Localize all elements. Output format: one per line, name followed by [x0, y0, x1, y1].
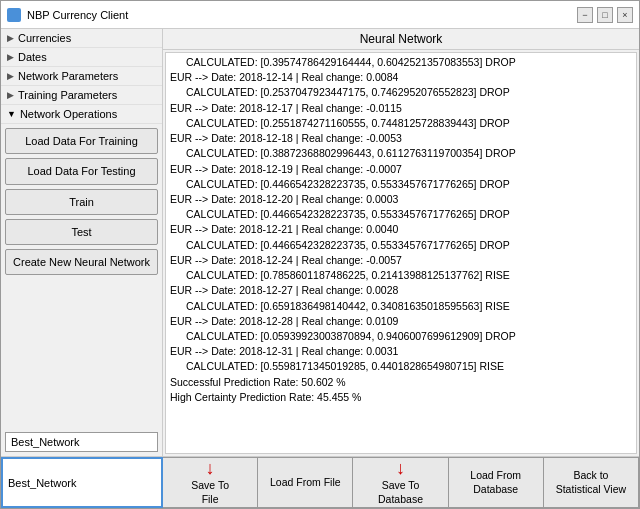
sidebar: ▶Currencies▶Dates▶Network Parameters▶Tra…	[1, 29, 163, 456]
log-line: CALCULATED: [0.4466542328223735, 0.55334…	[170, 207, 632, 222]
tree-section: ▶Currencies▶Dates▶Network Parameters▶Tra…	[1, 29, 162, 124]
tree-item-network-operations[interactable]: ▼Network Operations	[1, 105, 162, 124]
button-label: Back toStatistical View	[556, 469, 626, 496]
panel-title: Neural Network	[163, 29, 639, 50]
window-title: NBP Currency Client	[27, 9, 577, 21]
sidebar-btn-load-data-for-training[interactable]: Load Data For Training	[5, 128, 158, 154]
log-area[interactable]: CALCULATED: [0.39574786429164444, 0.6042…	[165, 52, 637, 454]
bottom-btn-load-from-database[interactable]: Load FromDatabase	[449, 457, 544, 508]
button-label: Save ToFile	[191, 479, 229, 506]
maximize-button[interactable]: □	[597, 7, 613, 23]
log-line: EUR --> Date: 2018-12-24 | Real change: …	[170, 253, 632, 268]
app-icon	[7, 8, 21, 22]
log-line: CALCULATED: [0.5598171345019285, 0.44018…	[170, 359, 632, 374]
right-panel: Neural Network CALCULATED: [0.3957478642…	[163, 29, 639, 456]
tree-item-network-parameters[interactable]: ▶Network Parameters	[1, 67, 162, 86]
close-button[interactable]: ×	[617, 7, 633, 23]
tree-item-currencies[interactable]: ▶Currencies	[1, 29, 162, 48]
bottom-btn-save-to-file[interactable]: ↓Save ToFile	[163, 457, 258, 508]
bottom-btn-load-from-file[interactable]: Load From File	[258, 457, 353, 508]
tree-arrow-1: ▶	[7, 52, 14, 62]
log-line: Successful Prediction Rate: 50.602 %	[170, 375, 632, 390]
tree-arrow-4: ▼	[7, 109, 16, 119]
network-name-sidebar-input[interactable]	[5, 432, 158, 452]
tree-arrow-3: ▶	[7, 90, 14, 100]
log-line: CALCULATED: [0.7858601187486225, 0.21413…	[170, 268, 632, 283]
log-line: EUR --> Date: 2018-12-21 | Real change: …	[170, 222, 632, 237]
arrow-down-icon: ↓	[206, 459, 215, 477]
log-line: High Certainty Prediction Rate: 45.455 %	[170, 390, 632, 405]
sidebar-btn-test[interactable]: Test	[5, 219, 158, 245]
log-line: CALCULATED: [0.38872368802996443, 0.6112…	[170, 146, 632, 161]
sidebar-btn-load-data-for-testing[interactable]: Load Data For Testing	[5, 158, 158, 184]
tree-item-training-parameters[interactable]: ▶Training Parameters	[1, 86, 162, 105]
log-line: EUR --> Date: 2018-12-27 | Real change: …	[170, 283, 632, 298]
sidebar-btn-train[interactable]: Train	[5, 189, 158, 215]
log-line: CALCULATED: [0.05939923003870894, 0.9406…	[170, 329, 632, 344]
button-label: Load From File	[270, 476, 341, 490]
bottom-buttons: ↓Save ToFileLoad From File↓Save ToDataba…	[163, 457, 639, 508]
title-bar: NBP Currency Client − □ ×	[1, 1, 639, 29]
log-line: EUR --> Date: 2018-12-20 | Real change: …	[170, 192, 632, 207]
sidebar-buttons: Load Data For TrainingLoad Data For Test…	[1, 124, 162, 456]
log-line: CALCULATED: [0.39574786429164444, 0.6042…	[170, 55, 632, 70]
log-line: CALCULATED: [0.2551874271160555, 0.74481…	[170, 116, 632, 131]
log-line: CALCULATED: [0.4466542328223735, 0.55334…	[170, 238, 632, 253]
tree-item-dates[interactable]: ▶Dates	[1, 48, 162, 67]
button-label: Load FromDatabase	[470, 469, 521, 496]
main-content: ▶Currencies▶Dates▶Network Parameters▶Tra…	[1, 29, 639, 456]
window-controls: − □ ×	[577, 7, 633, 23]
log-line: EUR --> Date: 2018-12-17 | Real change: …	[170, 101, 632, 116]
sidebar-btn-create-new-neural-network[interactable]: Create New Neural Network	[5, 249, 158, 275]
log-line: EUR --> Date: 2018-12-19 | Real change: …	[170, 162, 632, 177]
log-line: CALCULATED: [0.2537047923447175, 0.74629…	[170, 85, 632, 100]
network-name-input[interactable]	[1, 457, 163, 508]
log-line: CALCULATED: [0.4466542328223735, 0.55334…	[170, 177, 632, 192]
minimize-button[interactable]: −	[577, 7, 593, 23]
arrow-down-icon: ↓	[396, 459, 405, 477]
log-line: EUR --> Date: 2018-12-18 | Real change: …	[170, 131, 632, 146]
log-line: CALCULATED: [0.6591836498140442, 0.34081…	[170, 299, 632, 314]
bottom-btn-save-to-database[interactable]: ↓Save ToDatabase	[353, 457, 448, 508]
tree-arrow-0: ▶	[7, 33, 14, 43]
tree-arrow-2: ▶	[7, 71, 14, 81]
log-line: EUR --> Date: 2018-12-31 | Real change: …	[170, 344, 632, 359]
log-line: EUR --> Date: 2018-12-28 | Real change: …	[170, 314, 632, 329]
bottom-toolbar: ↓Save ToFileLoad From File↓Save ToDataba…	[1, 456, 639, 508]
app-window: NBP Currency Client − □ × ▶Currencies▶Da…	[0, 0, 640, 509]
button-label: Save ToDatabase	[378, 479, 423, 506]
log-line: EUR --> Date: 2018-12-14 | Real change: …	[170, 70, 632, 85]
bottom-btn-back-to-statistical-view[interactable]: Back toStatistical View	[544, 457, 639, 508]
